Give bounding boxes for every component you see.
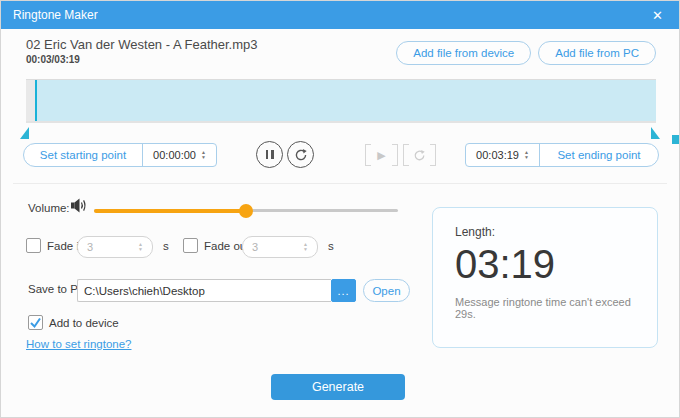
end-time-spinner-arrows[interactable]: ▲ ▼ [524,150,529,160]
start-time-spinner-arrows[interactable]: ▲ ▼ [201,150,206,160]
end-time-value: 00:03:19 [476,149,519,161]
set-ending-point-button[interactable]: Set ending point [540,144,658,166]
fade-in-spinner[interactable]: 3 ▲ ▼ [77,236,153,258]
add-file-buttons: Add file from device Add file from PC [396,41,656,65]
end-point-control: 00:03:19 ▲ ▼ Set ending point [465,143,659,167]
how-to-set-ringtone-link[interactable]: How to set ringtone? [26,338,131,350]
fade-out-spinner-arrows[interactable]: ▲ ▼ [303,242,308,252]
section-divider [13,183,667,184]
fade-in-checkbox[interactable] [26,238,41,253]
add-file-from-device-button[interactable]: Add file from device [396,41,531,65]
playhead[interactable] [35,80,37,121]
save-path-input[interactable] [77,279,331,302]
preview-replay-button[interactable] [403,144,436,166]
length-note: Message ringtone time can't exceed 29s. [455,296,635,320]
preview-replay-icon [413,149,426,162]
replay-icon [294,148,308,162]
browse-button[interactable]: ... [331,279,356,302]
spinner-down-icon[interactable]: ▼ [303,247,308,252]
start-time-value: 00:00:00 [153,149,196,161]
volume-slider-thumb[interactable] [239,204,253,218]
volume-slider-fill [94,209,246,213]
file-name: 02 Eric Van der Westen - A Feather.mp3 [26,37,257,52]
close-icon[interactable]: ✕ [648,8,667,23]
volume-slider[interactable] [94,203,398,217]
speaker-icon [71,198,89,213]
start-time-spinner[interactable]: 00:00:00 ▲ ▼ [142,144,216,166]
end-time-spinner[interactable]: 00:03:19 ▲ ▼ [466,144,540,166]
save-path-group: ... [77,279,356,302]
start-trim-handle[interactable] [20,127,29,139]
edge-marker [672,135,679,144]
preview-controls: ▶ [365,144,436,166]
spinner-down-icon[interactable]: ▼ [138,247,143,252]
pause-icon [266,150,274,159]
length-panel: Length: 03:19 Message ringtone time can'… [432,207,658,348]
preview-play-button[interactable]: ▶ [365,144,398,166]
fade-out-unit: s [328,240,334,252]
titlebar: Ringtone Maker ✕ [1,1,679,29]
volume-label: Volume: [28,202,70,214]
add-to-device-checkbox[interactable] [28,315,43,330]
fade-in-unit: s [163,240,169,252]
open-button[interactable]: Open [363,279,410,302]
length-label: Length: [455,225,635,239]
checkmark-icon [29,316,42,329]
end-trim-handle[interactable] [651,127,660,139]
fade-out-value: 3 [252,241,258,253]
length-value: 03:19 [455,242,635,286]
pause-button[interactable] [256,141,283,168]
ringtone-maker-window: Ringtone Maker ✕ 02 Eric Van der Westen … [0,0,680,418]
spinner-down-icon[interactable]: ▼ [524,155,529,160]
play-icon: ▶ [377,150,385,161]
start-point-control: Set starting point 00:00:00 ▲ ▼ [23,143,217,167]
replay-button[interactable] [287,141,314,168]
fade-out-spinner[interactable]: 3 ▲ ▼ [242,236,318,258]
file-time-progress: 00:03/03:19 [26,54,80,65]
add-to-device-label: Add to device [49,317,119,329]
generate-button[interactable]: Generate [271,374,405,400]
fade-in-spinner-arrows[interactable]: ▲ ▼ [138,242,143,252]
fade-in-value: 3 [87,241,93,253]
fade-out-checkbox[interactable] [183,238,198,253]
spinner-down-icon[interactable]: ▼ [201,155,206,160]
waveform[interactable] [26,79,656,123]
waveform-played-region [26,80,35,121]
window-title: Ringtone Maker [13,8,648,22]
set-starting-point-button[interactable]: Set starting point [24,144,142,166]
add-file-from-pc-button[interactable]: Add file from PC [538,41,656,65]
